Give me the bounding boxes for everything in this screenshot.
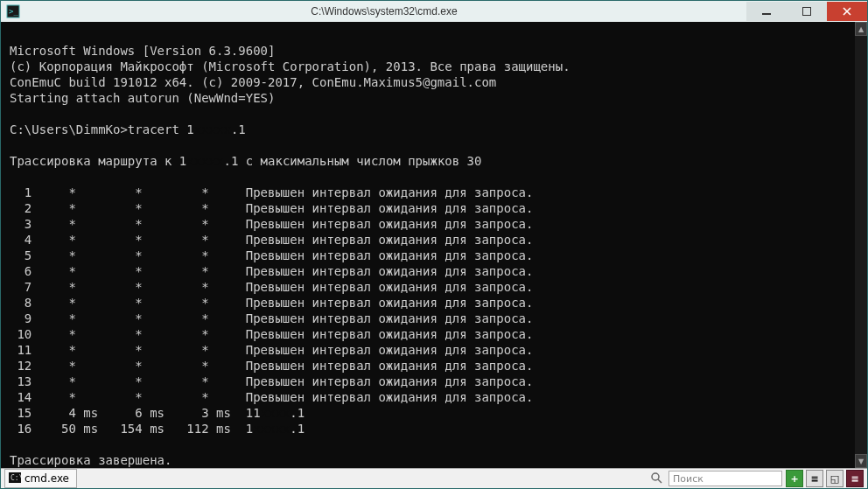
new-tab-button[interactable]: + (786, 470, 803, 487)
body-area: Microsoft Windows [Version 6.3.9600] (c)… (1, 22, 867, 468)
close-button[interactable] (827, 2, 867, 21)
app-icon: >_ (4, 3, 22, 20)
redacted: xxxxx (253, 421, 290, 437)
search-icon[interactable] (650, 471, 662, 487)
status-icons: + ≡ ◱ ≡ (786, 470, 864, 487)
statusbar-btn-c[interactable]: ≡ (846, 470, 864, 487)
terminal-output[interactable]: Microsoft Windows [Version 6.3.9600] (c)… (1, 22, 855, 468)
scroll-track[interactable] (855, 36, 867, 454)
window-buttons (746, 2, 867, 21)
search-placeholder: Поиск (673, 473, 704, 485)
svg-point-6 (652, 473, 659, 480)
svg-rect-3 (802, 7, 811, 16)
svg-rect-2 (762, 13, 771, 15)
titlebar[interactable]: >_ C:\Windows\system32\cmd.exe (1, 1, 867, 22)
cmd-icon: C:\ (9, 472, 21, 485)
scroll-down-button[interactable]: ▼ (855, 454, 867, 468)
redacted: xxxx (261, 405, 290, 421)
minimize-button[interactable] (746, 2, 787, 21)
statusbar: C:\ cmd.exe Поиск + ≡ ◱ ≡ (1, 468, 867, 488)
redacted: xxxxx (186, 153, 223, 169)
svg-text:>_: >_ (9, 7, 18, 16)
scrollbar[interactable]: ▲ ▼ (855, 22, 867, 468)
redacted: xxxxx (194, 122, 231, 137)
window-title: C:\Windows\system32\cmd.exe (22, 5, 746, 17)
tab-label: cmd.exe (24, 472, 69, 485)
search-input[interactable]: Поиск (668, 471, 782, 486)
app-window: >_ C:\Windows\system32\cmd.exe Microsoft… (0, 0, 868, 489)
console-tab[interactable]: C:\ cmd.exe (4, 469, 77, 488)
svg-text:C:\: C:\ (10, 474, 21, 482)
svg-line-7 (658, 479, 662, 483)
statusbar-btn-b[interactable]: ◱ (826, 470, 844, 487)
maximize-button[interactable] (787, 2, 827, 21)
scroll-up-button[interactable]: ▲ (855, 22, 867, 36)
statusbar-btn-a[interactable]: ≡ (806, 470, 823, 487)
